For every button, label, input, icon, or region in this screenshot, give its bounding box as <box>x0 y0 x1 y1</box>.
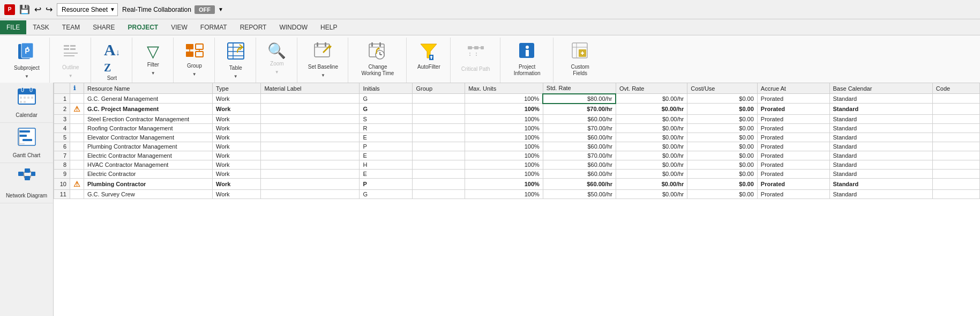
svg-rect-8 <box>64 53 78 54</box>
critical-path-label: Critical Path <box>461 66 490 72</box>
change-working-time-button[interactable]: Change Working Time <box>356 40 400 79</box>
header-base-calendar[interactable]: Base Calendar <box>829 83 932 91</box>
outline-dropdown: ▼ <box>69 74 73 78</box>
subproject-button[interactable]: P ★ Subproject <box>11 40 43 74</box>
svg-rect-13 <box>196 52 203 57</box>
header-info: ℹ <box>70 83 84 91</box>
menu-project[interactable]: PROJECT <box>121 20 164 34</box>
header-ovt-rate[interactable]: Ovt. Rate <box>616 83 687 91</box>
view-name: Resource Sheet <box>59 6 110 13</box>
header-code[interactable]: Code <box>932 83 979 91</box>
menu-view[interactable]: VIEW <box>164 20 194 34</box>
header-group[interactable]: Group <box>413 83 465 91</box>
outline-icon <box>63 42 79 63</box>
custom-fields-icon <box>571 42 589 63</box>
header-initials[interactable]: Initials <box>360 83 413 91</box>
table-button[interactable]: Table <box>222 40 249 74</box>
calendar-icon <box>17 87 36 91</box>
header-max-units[interactable]: Max. Units <box>465 83 543 91</box>
view-dropdown-icon[interactable]: ▼ <box>110 6 115 12</box>
main-content: ℹ Resource Name Type Material Label Init… <box>54 83 980 91</box>
change-working-time-icon <box>368 42 387 63</box>
critical-path-icon <box>467 42 485 65</box>
autofilter-button[interactable]: AutoFilter <box>414 40 444 72</box>
svg-rect-39 <box>474 46 478 49</box>
svg-rect-56 <box>21 87 24 91</box>
menu-help[interactable]: HELP <box>314 20 343 34</box>
filter-button[interactable]: ▽ Filter <box>140 40 167 70</box>
sort-label: Sort <box>107 75 117 82</box>
zoom-icon: 🔍 <box>267 42 286 60</box>
sidebar: Calendar Gantt Chart <box>0 83 54 91</box>
group-label: Group <box>187 63 202 69</box>
svg-rect-23 <box>317 42 318 47</box>
collab-label: Real-Time Collaboration <box>122 6 191 13</box>
change-working-time-label: Change Working Time <box>359 64 397 77</box>
svg-point-46 <box>526 46 529 49</box>
resource-grid: ℹ Resource Name Type Material Label Init… <box>54 83 980 91</box>
subproject-dropdown[interactable]: ▼ <box>25 74 29 79</box>
svg-text:★: ★ <box>25 46 29 50</box>
autofilter-label: AutoFilter <box>417 64 440 70</box>
svg-rect-24 <box>325 42 326 47</box>
svg-rect-5 <box>64 48 69 50</box>
redo-icon[interactable]: ↪ <box>46 4 53 14</box>
filter-label: Filter <box>147 62 159 68</box>
critical-path-button: Critical Path <box>458 40 493 75</box>
svg-rect-10 <box>186 44 193 49</box>
info-icon: ℹ <box>73 85 76 91</box>
zoom-label: Zoom <box>270 61 284 67</box>
svg-rect-9 <box>64 55 74 56</box>
outline-label: Outline <box>62 64 79 71</box>
app-icon: P <box>4 4 15 15</box>
group-button[interactable]: Group <box>181 40 208 71</box>
header-material-label[interactable]: Material Label <box>261 83 360 91</box>
collab-dropdown-icon[interactable]: ▼ <box>218 6 223 12</box>
set-baseline-icon <box>313 42 333 63</box>
custom-fields-button[interactable]: Custom Fields <box>561 40 600 79</box>
header-resource-name[interactable]: Resource Name <box>84 83 213 91</box>
menu-report[interactable]: REPORT <box>234 20 273 34</box>
header-cost-use[interactable]: Cost/Use <box>687 83 758 91</box>
menu-format[interactable]: FORMAT <box>194 20 234 34</box>
svg-rect-7 <box>70 48 76 50</box>
menu-file[interactable]: FILE <box>0 20 26 34</box>
project-information-icon <box>518 42 536 63</box>
svg-rect-11 <box>186 52 193 57</box>
svg-marker-34 <box>421 44 437 58</box>
view-selector[interactable]: Resource Sheet ▼ <box>57 3 118 16</box>
grid-header: ℹ Resource Name Type Material Label Init… <box>54 83 980 91</box>
group-dropdown[interactable]: ▼ <box>192 72 197 77</box>
svg-rect-16 <box>228 43 244 59</box>
menu-bar: FILE TASK TEAM SHARE PROJECT VIEW FORMAT… <box>0 19 980 35</box>
menu-share[interactable]: SHARE <box>86 20 121 34</box>
svg-marker-33 <box>377 47 380 49</box>
header-std-rate[interactable]: Std. Rate <box>543 83 616 91</box>
svg-rect-55 <box>18 89 35 91</box>
svg-rect-47 <box>526 50 529 56</box>
undo-icon[interactable]: ↩ <box>34 4 41 14</box>
header-accrue-at[interactable]: Accrue At <box>757 83 829 91</box>
svg-rect-6 <box>70 45 76 47</box>
table-dropdown[interactable]: ▼ <box>234 74 238 79</box>
sidebar-item-calendar[interactable]: Calendar <box>0 83 53 91</box>
svg-rect-4 <box>64 45 69 47</box>
save-icon[interactable]: 💾 <box>19 4 30 14</box>
menu-task[interactable]: TASK <box>26 20 55 34</box>
project-information-button[interactable]: Project Information <box>508 40 547 79</box>
sort-button[interactable]: A↓Z Sort <box>99 40 125 84</box>
set-baseline-button[interactable]: Set Baseline <box>305 40 341 72</box>
table-label: Table <box>229 65 242 71</box>
zoom-dropdown: ▼ <box>275 70 279 75</box>
svg-rect-38 <box>468 46 472 49</box>
filter-dropdown[interactable]: ▼ <box>151 71 155 76</box>
zoom-button: 🔍 Zoom <box>264 40 290 69</box>
svg-rect-29 <box>379 42 381 47</box>
header-type[interactable]: Type <box>213 83 261 91</box>
set-baseline-dropdown[interactable]: ▼ <box>321 73 325 78</box>
sort-icon: A↓Z <box>104 42 120 74</box>
menu-team[interactable]: TEAM <box>56 20 86 34</box>
project-information-label: Project Information <box>511 64 543 77</box>
collab-toggle[interactable]: OFF <box>194 5 215 14</box>
menu-window[interactable]: WINDOW <box>273 20 314 34</box>
